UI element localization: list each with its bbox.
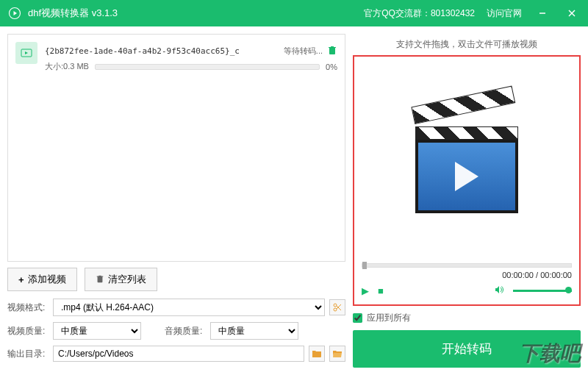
preview-panel: 00:00:00 / 00:00:00 ▶ ■ [353, 55, 581, 306]
format-label: 视频格式: [7, 301, 49, 314]
clapperboard-top-icon [411, 85, 515, 124]
clapperboard-body-icon [415, 126, 518, 140]
app-logo-icon [7, 6, 22, 21]
svg-point-6 [334, 308, 337, 311]
file-item[interactable]: {2b872fee-1ade-40af-a4b2-9f53c40acc65}_c… [8, 35, 345, 79]
qq-group-label[interactable]: 官方QQ交流群：801302432 [364, 7, 475, 20]
stop-button[interactable]: ■ [378, 285, 384, 296]
website-link[interactable]: 访问官网 [487, 7, 522, 20]
add-video-button[interactable]: + 添加视频 [7, 268, 77, 291]
svg-point-5 [334, 304, 337, 307]
trash-icon [96, 274, 104, 285]
plus-icon: + [18, 274, 24, 285]
preview-placeholder [362, 64, 572, 257]
play-icon [455, 162, 478, 191]
close-button[interactable] [563, 4, 581, 22]
progress-bar [95, 64, 320, 70]
browse-folder-icon[interactable] [309, 346, 325, 362]
file-name: {2b872fee-1ade-40af-a4b2-9f53c40acc65}_c [45, 46, 240, 56]
edit-format-icon[interactable] [329, 299, 345, 315]
progress-percent: 0% [326, 63, 337, 71]
clear-list-button[interactable]: 清空列表 [85, 268, 157, 291]
video-file-icon [15, 42, 37, 64]
video-quality-label: 视频质量: [7, 325, 49, 338]
scrubber-thumb[interactable] [362, 262, 367, 269]
delete-file-icon[interactable] [327, 45, 337, 57]
playback-scrubber[interactable] [362, 263, 572, 268]
format-select[interactable]: .mp4 (默认 H.264-AAC) [53, 299, 325, 316]
open-folder-icon[interactable] [329, 346, 345, 362]
apply-all-label: 应用到所有 [367, 312, 411, 324]
volume-icon[interactable] [494, 285, 504, 297]
apply-all-checkbox[interactable] [353, 313, 362, 323]
output-label: 输出目录: [7, 348, 49, 360]
titlebar: dhf视频转换器 v3.1.3 官方QQ交流群：801302432 访问官网 [0, 0, 588, 26]
file-size: 大小:0.3 MB [45, 61, 89, 72]
file-status: 等待转码... [284, 46, 323, 57]
preview-hint: 支持文件拖拽，双击文件可播放视频 [353, 34, 581, 55]
volume-thumb[interactable] [565, 287, 572, 293]
play-button[interactable]: ▶ [362, 285, 369, 296]
video-quality-select[interactable]: 中质量 [53, 322, 141, 340]
start-convert-button[interactable]: 开始转码 [353, 330, 581, 368]
output-path-input[interactable] [53, 346, 304, 362]
time-display: 00:00:00 / 00:00:00 [362, 271, 572, 280]
audio-quality-select[interactable]: 中质量 [210, 322, 298, 340]
volume-slider[interactable] [513, 290, 572, 292]
minimize-button[interactable] [534, 4, 551, 22]
audio-quality-label: 音频质量: [165, 325, 206, 338]
app-title: dhf视频转换器 v3.1.3 [28, 7, 364, 20]
clapperboard-screen-icon [415, 140, 518, 213]
file-list: {2b872fee-1ade-40af-a4b2-9f53c40acc65}_c… [7, 34, 345, 262]
